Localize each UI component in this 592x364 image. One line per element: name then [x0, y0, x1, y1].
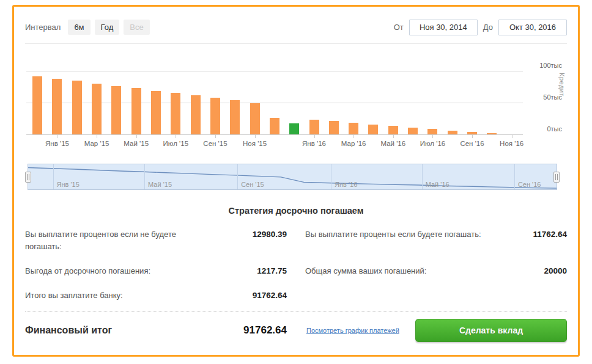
credit-bar[interactable] — [92, 84, 102, 134]
chart-column — [324, 57, 344, 134]
financial-result-value: 91762.64 — [220, 324, 287, 337]
chart-column: Мар '15 — [87, 57, 106, 134]
chart-column — [186, 57, 205, 134]
x-axis-label: Ноя '15 — [243, 140, 267, 147]
repayment-bar[interactable] — [289, 123, 299, 134]
chart-plot-area: Янв '15Мар '15Май '15Июл '15Сен '15Ноя '… — [26, 57, 523, 135]
summary-label: Вы выплатите проценты если будете погаша… — [305, 228, 503, 241]
credit-bar[interactable] — [250, 103, 260, 134]
toolbar: Интервал 6м Год Все От До — [25, 19, 567, 35]
chart-column: Май '16 — [383, 57, 403, 134]
date-from-label: От — [394, 23, 404, 32]
x-axis-tick — [176, 134, 176, 138]
credit-bar[interactable] — [191, 95, 201, 134]
x-axis-tick — [512, 134, 512, 138]
chart-column — [482, 57, 501, 134]
summary-value: 12980.39 — [223, 228, 287, 239]
x-axis-tick — [57, 134, 57, 138]
credit-bar[interactable] — [388, 126, 398, 134]
navigator-handle-right[interactable] — [553, 172, 560, 183]
summary-row-interest-without-prepayment: Вы выплатите процентов если не будете по… — [25, 223, 287, 258]
footer-divider — [25, 311, 567, 312]
x-axis-tick — [353, 134, 354, 138]
credit-bar[interactable] — [487, 133, 497, 134]
chart-column: Июл '15 — [166, 57, 185, 134]
x-axis-label: Янв '15 — [45, 140, 69, 147]
credit-bar[interactable] — [408, 128, 418, 134]
credit-bar[interactable] — [368, 125, 378, 134]
credit-bar[interactable] — [349, 123, 358, 134]
navigator-gridline — [237, 164, 238, 189]
chart-column: Ноя '16 — [502, 57, 522, 134]
x-axis-tick — [255, 134, 256, 138]
chart-column: Мар '16 — [344, 57, 363, 134]
range-navigator[interactable]: Янв '15Май '15Сен '15Янв '16Май '16Сен '… — [28, 164, 557, 190]
summary-grid: Вы выплатите процентов если не будете по… — [25, 223, 567, 308]
date-from-input[interactable] — [409, 20, 478, 35]
navigator-gridline — [514, 164, 515, 189]
chart-column — [265, 57, 284, 134]
chart-column — [28, 57, 47, 134]
navigator-label: Янв '16 — [335, 181, 357, 188]
chart-column: Ноя '15 — [245, 57, 264, 134]
credit-bar[interactable] — [151, 91, 161, 134]
summary-row-empty — [305, 284, 567, 307]
x-axis-label: Мар '16 — [341, 140, 366, 147]
credit-bar[interactable] — [427, 129, 437, 134]
credit-bar[interactable] — [131, 88, 141, 134]
navigator-label: Май '16 — [426, 181, 450, 188]
chart-column: Янв '16 — [304, 57, 324, 134]
strategy-title: Стратегия досрочно погашаем — [25, 206, 567, 216]
chart-column — [403, 57, 423, 134]
chart-column — [67, 57, 87, 134]
x-axis-tick — [432, 134, 433, 138]
y-axis-tick-50: 50тыс — [527, 93, 562, 101]
chart-column — [225, 57, 245, 134]
x-axis-tick — [215, 134, 216, 138]
credit-bar[interactable] — [329, 121, 339, 134]
summary-label: Итого вы заплатите банку: — [25, 289, 223, 302]
x-axis-label: Май '15 — [124, 140, 149, 147]
summary-row-total-paid-to-bank: Итого вы заплатите банку: 91762.64 — [25, 284, 287, 307]
credit-bar[interactable] — [52, 79, 62, 134]
credit-bar[interactable] — [448, 131, 457, 134]
navigator-handle-left[interactable] — [25, 172, 31, 183]
interval-button-all[interactable]: Все — [124, 20, 149, 35]
make-deposit-button[interactable]: Сделать вклад — [415, 319, 567, 342]
calculator-panel: Интервал 6м Год Все От До Янв '15Мар '15… — [12, 5, 580, 357]
interval-button-6m[interactable]: 6м — [68, 20, 90, 35]
navigator-line — [28, 167, 557, 188]
x-axis-label: Июл '16 — [420, 140, 446, 147]
navigator-gridline — [53, 164, 54, 189]
navigator-label: Янв '15 — [57, 181, 80, 188]
y-axis-tick-100: 100тыс — [527, 62, 562, 69]
interval-button-year[interactable]: Год — [95, 20, 120, 35]
x-axis-label: Сен '15 — [203, 140, 227, 147]
credit-bar[interactable] — [171, 93, 180, 134]
summary-label: Вы выплатите процентов если не будете по… — [25, 228, 223, 253]
x-axis-tick — [314, 134, 315, 138]
date-to-input[interactable] — [498, 20, 567, 35]
footer-row: Финансовый итог 91762.64 Посмотреть граф… — [25, 319, 567, 342]
credit-bar[interactable] — [32, 76, 42, 134]
navigator-line-chart — [28, 164, 557, 189]
credit-chart: Янв '15Мар '15Май '15Июл '15Сен '15Ноя '… — [26, 57, 566, 190]
chart-column — [363, 57, 383, 134]
chart-column: Сен '16 — [462, 57, 482, 134]
credit-bar[interactable] — [111, 86, 121, 134]
summary-row-interest-with-prepayment: Вы выплатите проценты если будете погаша… — [305, 223, 567, 258]
credit-bar[interactable] — [210, 98, 220, 134]
credit-bar[interactable] — [72, 81, 82, 134]
navigator-label: Сен '15 — [241, 181, 264, 188]
y-axis-title: Кредит — [558, 73, 566, 96]
financial-result-label: Финансовый итог — [25, 325, 220, 336]
credit-bar[interactable] — [230, 100, 240, 134]
chart-column: Янв '15 — [47, 57, 67, 134]
navigator-gridline — [422, 164, 423, 189]
x-axis-label: Сен '16 — [460, 140, 484, 147]
credit-bar[interactable] — [270, 118, 279, 134]
credit-bar[interactable] — [309, 120, 319, 134]
payment-schedule-link[interactable]: Посмотреть график платежей — [306, 327, 399, 334]
financial-result: Финансовый итог 91762.64 — [25, 324, 287, 337]
chart-column — [146, 57, 166, 134]
